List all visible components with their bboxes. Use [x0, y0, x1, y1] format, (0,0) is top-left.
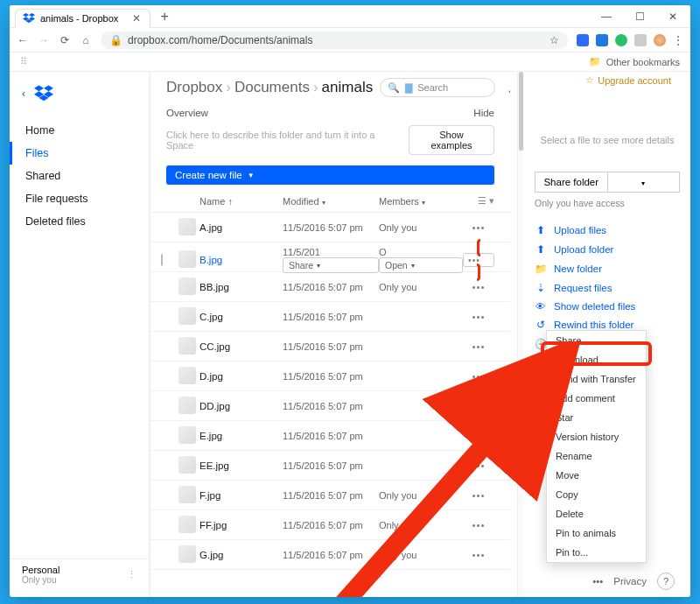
sidebar-item-shared[interactable]: Shared	[10, 165, 149, 187]
panel-action[interactable]: 👁Show deleted files	[535, 298, 680, 315]
share-button[interactable]: Share▾	[283, 257, 379, 273]
new-tab-button[interactable]: +	[156, 9, 173, 25]
menu-item[interactable]: Copy	[547, 485, 646, 504]
forward-icon[interactable]: →	[38, 34, 50, 46]
file-name[interactable]: B.jpg	[200, 255, 283, 265]
open-button[interactable]: Open▾	[379, 257, 463, 273]
menu-item[interactable]: Share	[547, 331, 646, 350]
address-bar[interactable]: 🔒 dropbox.com/home/Documents/animals ☆	[101, 32, 568, 49]
file-name[interactable]: CC.jpg	[200, 341, 283, 352]
row-more-icon[interactable]: •••	[463, 222, 494, 233]
menu-item[interactable]: Star	[547, 408, 646, 427]
menu-item[interactable]: Rename	[547, 446, 646, 466]
settings-kebab-icon[interactable]: ⋮	[127, 569, 136, 580]
sidebar-item-home[interactable]: Home	[10, 119, 149, 142]
menu-item[interactable]: Delete	[547, 504, 646, 523]
share-folder-button[interactable]: Share folder	[535, 172, 608, 193]
row-more-button[interactable]: •••	[463, 253, 494, 267]
window-close-icon[interactable]: ✕	[661, 11, 685, 23]
row-more-icon[interactable]: •••	[463, 282, 494, 292]
row-more-icon[interactable]: •••	[463, 490, 494, 501]
crumb-documents[interactable]: Documents	[234, 79, 310, 95]
panel-action[interactable]: ⬆Upload folder	[535, 240, 680, 259]
table-row[interactable]: D.jpg11/5/2016 5:07 pm•••	[150, 362, 510, 391]
table-row[interactable]: E.jpg11/5/2016 5:07 pm•••	[150, 421, 510, 451]
help-icon[interactable]: ?	[657, 572, 675, 590]
table-row[interactable]: DD.jpg11/5/2016 5:07 pm•••	[150, 391, 510, 421]
search-input[interactable]: 🔍 ▇ Search	[380, 78, 495, 97]
upgrade-link[interactable]: ☆ Upgrade account	[585, 74, 671, 86]
reload-icon[interactable]: ⟳	[59, 34, 71, 46]
file-name[interactable]: FF.jpg	[200, 520, 283, 530]
collapse-sidebar-icon[interactable]: ‹	[22, 88, 25, 100]
row-more-icon[interactable]: •••	[463, 520, 494, 530]
scrollbar-thumb[interactable]	[519, 72, 523, 151]
file-name[interactable]: D.jpg	[200, 371, 283, 382]
table-row[interactable]: B.jpg11/5/201 Share▾O Open▾•••	[150, 242, 510, 272]
table-row[interactable]: F.jpg11/5/2016 5:07 pmOnly you•••	[150, 481, 510, 510]
table-row[interactable]: EE.jpg11/5/2016 5:07 pm•••	[150, 451, 510, 481]
row-more-icon[interactable]: •••	[463, 401, 494, 411]
menu-item[interactable]: Pin to animals	[547, 523, 646, 543]
browser-tab[interactable]: animals - Dropbox ✕	[15, 9, 150, 28]
menu-item[interactable]: Send with Transfer	[547, 369, 646, 389]
show-examples-button[interactable]: Show examples	[409, 125, 494, 155]
panel-action[interactable]: 📁New folder	[535, 259, 680, 278]
other-bookmarks[interactable]: Other bookmarks	[606, 57, 680, 67]
menu-item[interactable]: Pin to...	[547, 543, 646, 562]
star-bookmark-icon[interactable]: ☆	[550, 34, 559, 46]
table-row[interactable]: A.jpg11/5/2016 5:07 pmOnly you•••	[150, 213, 510, 242]
file-name[interactable]: G.jpg	[200, 550, 283, 560]
table-row[interactable]: FF.jpg11/5/2016 5:07 pmOnly you•••	[150, 510, 510, 540]
row-more-icon[interactable]: •••	[463, 550, 494, 560]
sidebar-footer[interactable]: Personal Only you ⋮	[10, 558, 149, 590]
file-name[interactable]: C.jpg	[200, 312, 283, 322]
panel-action[interactable]: ⬆Upload files	[535, 221, 680, 240]
col-name[interactable]: Name ↑	[200, 196, 283, 207]
row-more-icon[interactable]: •••	[463, 460, 494, 471]
file-name[interactable]: E.jpg	[200, 431, 283, 441]
create-new-file-button[interactable]: Create new file ▼	[166, 165, 494, 185]
menu-kebab-icon[interactable]: ⋮	[673, 34, 683, 46]
window-maximize-icon[interactable]: ☐	[627, 11, 652, 23]
row-more-icon[interactable]: •••	[463, 312, 494, 322]
sidebar-item-files[interactable]: Files	[10, 142, 149, 165]
show-apps-icon[interactable]: ⠿	[20, 56, 27, 67]
view-options-icon[interactable]: ☰ ▾	[463, 195, 494, 207]
extension-icon[interactable]	[577, 34, 589, 46]
table-row[interactable]: CC.jpg11/5/2016 5:07 pm•••	[150, 332, 510, 362]
file-name[interactable]: EE.jpg	[200, 460, 283, 471]
file-name[interactable]: A.jpg	[200, 222, 283, 233]
home-icon[interactable]: ⌂	[80, 34, 92, 46]
profile-avatar-icon[interactable]	[654, 34, 666, 46]
file-name[interactable]: F.jpg	[200, 490, 283, 501]
notifications-icon[interactable]	[504, 78, 517, 97]
menu-item[interactable]: Add comment	[547, 389, 646, 408]
menu-item[interactable]: Move	[547, 466, 646, 485]
row-checkbox[interactable]	[161, 254, 163, 266]
row-more-icon[interactable]: •••	[463, 431, 494, 441]
hide-overview[interactable]: Hide	[473, 108, 494, 118]
extension-icon[interactable]	[634, 34, 647, 46]
menu-item[interactable]: Version history	[547, 427, 646, 446]
footer-more-icon[interactable]: •••	[592, 576, 603, 586]
menu-item[interactable]: Download	[547, 350, 646, 369]
scrollbar[interactable]	[517, 72, 524, 597]
window-minimize-icon[interactable]: —	[594, 11, 619, 23]
privacy-link[interactable]: Privacy	[613, 576, 647, 586]
file-name[interactable]: BB.jpg	[200, 282, 283, 292]
extension-icon[interactable]	[615, 34, 627, 46]
row-more-icon[interactable]: •••	[463, 341, 494, 352]
table-row[interactable]: G.jpg11/5/2016 5:07 pmOnly you•••	[150, 540, 510, 570]
panel-action[interactable]: ⇣Request files	[535, 278, 680, 298]
back-icon[interactable]: ←	[17, 34, 29, 46]
sidebar-item-deleted[interactable]: Deleted files	[10, 210, 149, 233]
table-row[interactable]: BB.jpg11/5/2016 5:07 pmOnly you•••	[150, 272, 510, 302]
col-modified[interactable]: Modified ▾	[283, 196, 379, 207]
share-folder-caret[interactable]: ▾	[608, 172, 681, 193]
extension-icon[interactable]	[596, 34, 608, 46]
crumb-dropbox[interactable]: Dropbox	[166, 79, 222, 95]
table-row[interactable]: C.jpg11/5/2016 5:07 pm•••	[150, 302, 510, 332]
folder-description[interactable]: Click here to describe this folder and t…	[166, 130, 400, 151]
col-members[interactable]: Members ▾	[379, 196, 463, 207]
